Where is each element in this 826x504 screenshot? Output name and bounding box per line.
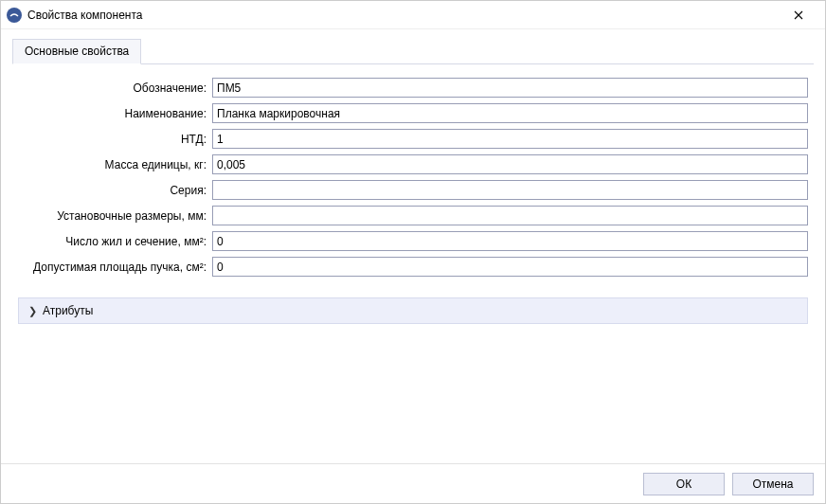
- ok-button[interactable]: ОК: [643, 473, 725, 495]
- cancel-button[interactable]: Отмена: [732, 473, 814, 495]
- collapser-attributes-label: Атрибуты: [43, 304, 93, 317]
- input-name[interactable]: [212, 103, 808, 123]
- window-title: Свойства компонента: [27, 9, 780, 22]
- label-designation: Обозначение:: [18, 81, 212, 95]
- input-area[interactable]: [212, 257, 808, 277]
- row-area: Допустимая площадь пучка, см²:: [18, 257, 808, 277]
- input-wires[interactable]: [212, 231, 808, 251]
- row-series: Серия:: [18, 180, 808, 200]
- row-mass: Масса единицы, кг:: [18, 154, 808, 174]
- input-ntd[interactable]: [212, 129, 808, 149]
- chevron-right-icon: ❯: [28, 305, 37, 317]
- collapser-attributes[interactable]: ❯ Атрибуты: [18, 297, 808, 324]
- label-wires: Число жил и сечение, мм²:: [18, 235, 212, 248]
- label-mount: Установочные размеры, мм:: [18, 209, 212, 223]
- close-button[interactable]: [780, 2, 817, 28]
- content-area: Основные свойства Обозначение: Наименова…: [1, 29, 825, 463]
- label-ntd: НТД:: [18, 133, 212, 146]
- tab-main-properties[interactable]: Основные свойства: [12, 39, 141, 64]
- app-icon: [7, 8, 22, 23]
- row-mount: Установочные размеры, мм:: [18, 206, 808, 225]
- row-ntd: НТД:: [18, 129, 808, 149]
- input-mount[interactable]: [212, 206, 808, 225]
- row-designation: Обозначение:: [18, 78, 808, 98]
- form-main-properties: Обозначение: Наименование: НТД: Масса ед…: [12, 78, 814, 290]
- close-icon: [794, 10, 803, 20]
- input-designation[interactable]: [212, 78, 808, 98]
- label-area: Допустимая площадь пучка, см²:: [18, 261, 212, 274]
- row-wires: Число жил и сечение, мм²:: [18, 231, 808, 251]
- footer: ОК Отмена: [1, 463, 825, 503]
- label-mass: Масса единицы, кг:: [18, 158, 212, 171]
- row-name: Наименование:: [18, 103, 808, 123]
- input-mass[interactable]: [212, 154, 808, 174]
- titlebar: Свойства компонента: [1, 1, 825, 29]
- label-name: Наименование:: [18, 107, 212, 120]
- tabstrip: Основные свойства: [12, 39, 814, 64]
- input-series[interactable]: [212, 180, 808, 200]
- label-series: Серия:: [18, 184, 212, 197]
